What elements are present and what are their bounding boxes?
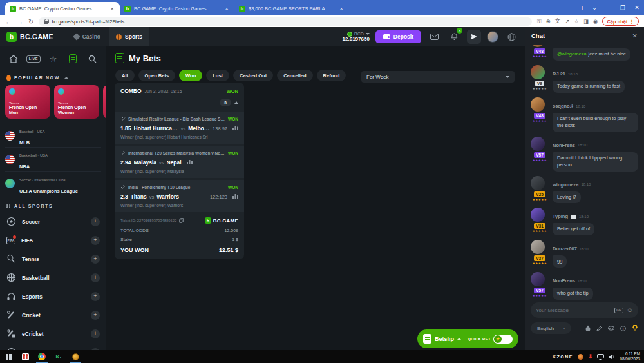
tab-close-icon[interactable] [338,6,345,12]
display-icon[interactable] [597,354,604,360]
chrome-icon[interactable] [33,350,50,363]
chat-message-field[interactable] [536,308,611,313]
filter-pill[interactable]: Cashed Out [233,70,273,81]
stats-bars-icon[interactable] [232,125,238,130]
browser-tab[interactable]: b BC.GAME: Crypto Casino Games [5,2,120,15]
avatar[interactable] [531,272,545,286]
wallet-balance[interactable]: BCD 12.6197650 [343,32,370,43]
period-select[interactable]: For Week [361,71,515,83]
chat-username[interactable]: Typing [553,213,568,219]
avatar[interactable] [531,176,545,190]
sidebar-item-cricket[interactable]: Cricket + [0,306,106,324]
browser-update-button[interactable]: Cập nhật ⋮ [602,17,639,26]
notifications-bell-icon[interactable]: 3 [447,30,461,44]
expand-plus-button[interactable]: + [91,273,100,282]
address-bar[interactable]: bc.game/sports?bt-path=%2Fbets [39,17,532,26]
tab-close-icon[interactable] [109,6,115,12]
clock[interactable]: 6:11 PM 08/06/2023 [620,351,640,362]
chat-input[interactable]: GIF ☺ [531,302,638,318]
chat-username[interactable]: Duuzer007 [553,246,577,251]
live-icon[interactable]: LIVE [26,51,41,66]
kz-app-icon[interactable]: Kz [50,350,67,363]
download-arrow-icon[interactable]: ⬇ [588,353,593,360]
filter-pill[interactable]: Won [179,70,202,81]
avatar[interactable] [531,45,545,47]
search-icon[interactable] [85,51,100,66]
popular-card[interactable]: Tennis French Open Women [54,85,99,119]
featured-nba[interactable]: Basketball · USA NBA [5,148,101,172]
tray-app-icon[interactable] [578,354,583,360]
chat-toggle-icon[interactable] [467,30,481,44]
nav-casino[interactable]: Casino [68,27,107,46]
window-minimize-icon[interactable]: — [601,5,616,11]
avatar[interactable] [531,240,545,254]
key-icon[interactable]: ⚿ [537,18,541,25]
featured-mlb[interactable]: Baseball · USA MLB [5,124,101,148]
browser-tab[interactable]: b $3,000 BC.GAME SPORTS PARLA [234,2,349,15]
popular-card[interactable]: Tennis French Open Men [5,85,50,119]
chat-username[interactable]: RJ 21 [553,71,565,77]
expand-plus-button[interactable]: + [91,217,100,226]
filter-pill[interactable]: Refund [317,70,346,81]
filter-pill[interactable]: Lost [206,70,229,81]
sidebar-item-fifa[interactable]: FIFA FIFA + [0,231,106,250]
messages-icon[interactable] [427,30,441,44]
volume-icon[interactable] [609,354,615,360]
avatar[interactable] [531,97,545,112]
start-button[interactable] [0,350,17,363]
mention-text[interactable]: @wingomeza [557,51,587,57]
language-select[interactable]: English › [531,322,571,334]
stats-bars-icon[interactable] [187,159,193,164]
bet-leg[interactable]: International T20 Series Malaysia Women … [115,146,244,178]
avatar[interactable] [531,137,545,151]
sidebar-item-ecricket[interactable]: eCricket + [0,324,106,343]
info-icon[interactable]: i [620,326,626,331]
taskbar-app-icon[interactable] [17,350,33,363]
translate-icon[interactable]: 文 [555,17,561,25]
popular-now-header[interactable]: POPULAR NOW [0,71,106,84]
user-avatar[interactable] [487,31,498,43]
expand-plus-button[interactable]: + [91,311,100,320]
home-icon[interactable] [6,51,21,66]
nav-sports[interactable]: Sports [109,27,149,46]
pencil-rules-icon[interactable] [596,326,602,331]
sidebar-item-soccer[interactable]: Soccer + [0,212,106,231]
trophy-icon[interactable] [632,325,638,331]
sidebar-item-american-football[interactable]: American Football + [0,343,106,350]
gif-icon[interactable]: GIF [614,308,623,313]
globe-icon[interactable] [504,30,518,44]
expand-plus-button[interactable]: + [91,255,100,264]
window-close-icon[interactable]: ✕ [630,5,644,11]
refresh-icon[interactable]: ↻ [28,18,33,25]
bookmark-star-icon[interactable]: ☆ [574,18,579,25]
copy-icon[interactable] [179,218,184,223]
sidebar-item-esports[interactable]: Esports + [0,287,106,306]
avatar[interactable] [531,208,545,222]
chat-username[interactable]: NonFrens [553,142,575,148]
collapse-caret-icon[interactable] [234,101,238,104]
tab-close-icon[interactable] [223,6,230,12]
browser-tab[interactable]: b BC.GAME: Crypto Casino Games [120,2,234,15]
expand-plus-button[interactable]: + [91,329,100,338]
chat-close-icon[interactable]: ✕ [632,32,638,39]
avatar[interactable] [531,65,545,79]
back-icon[interactable]: ← [5,18,12,25]
filter-pill[interactable]: Open Bets [138,70,176,81]
chat-username[interactable]: wingomeza [553,182,578,188]
side-panel-icon[interactable]: ◨ [583,18,589,25]
bcgame-logo[interactable]: b BC.GAME [6,32,53,42]
deposit-button[interactable]: Deposit [375,30,421,43]
gamepad-icon[interactable] [608,326,614,331]
install-icon[interactable]: ⊕ [546,18,551,25]
forward-icon[interactable]: → [17,18,23,25]
expand-plus-button[interactable]: + [91,292,100,301]
sidebar-item-tennis[interactable]: Tennis + [0,250,106,268]
bet-leg[interactable]: India - Pondicherry T10 League WON 2.3 T… [115,180,244,212]
my-bets-icon[interactable] [65,51,80,66]
favorites-star-icon[interactable]: ☆ [45,51,61,66]
coin-app-icon[interactable] [67,350,84,363]
menu-kebab-icon[interactable]: ⋮ [630,19,635,25]
betslip-bar[interactable]: Betslip QUICK BET ⚡ [417,329,518,348]
profile-icon[interactable]: ◉ [593,18,598,25]
expand-plus-button[interactable]: + [91,236,100,245]
